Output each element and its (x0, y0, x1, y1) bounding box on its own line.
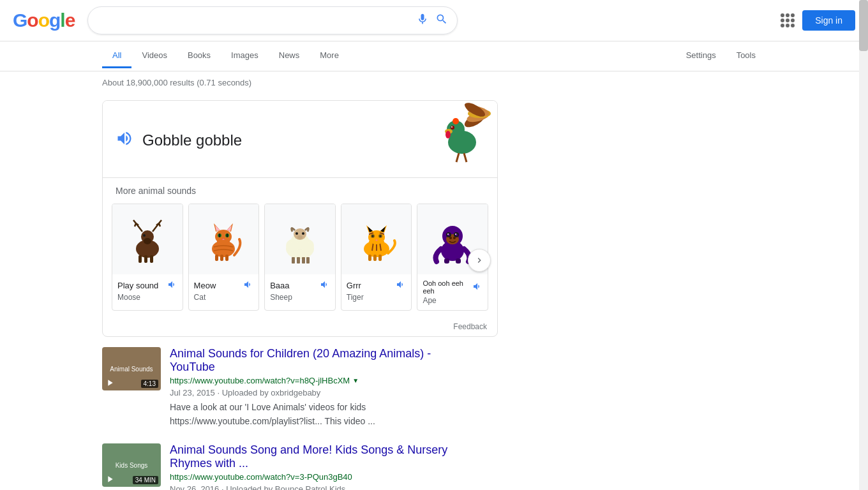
sheep-info: Baaa Sheep (265, 274, 335, 307)
sheep-sound: Baaa (270, 279, 330, 292)
svg-rect-77 (444, 258, 449, 264)
result-title-1[interactable]: Animal Sounds for Children (20 Amazing A… (170, 347, 472, 374)
more-sounds-header: More animal sounds (103, 177, 497, 201)
svg-point-9 (451, 126, 454, 130)
result-text-2: Animal Sounds Song and More! Kids Songs … (170, 443, 472, 490)
search-result-1: Animal Sounds 4:13 Animal Sounds for Chi… (102, 347, 472, 428)
svg-line-11 (456, 153, 459, 162)
featured-sound[interactable]: Gobble gobble (103, 101, 497, 177)
sheep-name: Sheep (270, 293, 330, 302)
svg-point-75 (449, 237, 452, 239)
tab-settings[interactable]: Settings (676, 44, 726, 68)
apps-icon[interactable] (781, 13, 795, 27)
scrollbar-thumb[interactable] (859, 0, 868, 51)
search-bar[interactable]: animal sounds (87, 6, 458, 34)
nav-tabs: All Videos Books Images News More Settin… (0, 41, 868, 71)
svg-point-74 (455, 234, 456, 235)
svg-rect-47 (292, 257, 295, 264)
results-count: About 18,900,000 results (0.71 seconds) (102, 78, 251, 87)
signin-button[interactable]: Sign in (802, 10, 855, 31)
header: Google animal sounds Sign in (0, 0, 868, 41)
logo-g: G (13, 10, 27, 31)
svg-point-45 (302, 232, 304, 235)
sheep-image (265, 204, 335, 274)
search-button[interactable] (435, 13, 448, 29)
result-title-2[interactable]: Animal Sounds Song and More! Kids Songs … (170, 443, 472, 470)
speaker-icon[interactable] (116, 130, 133, 151)
tab-more[interactable]: More (310, 44, 349, 68)
google-logo: Google (13, 10, 75, 31)
svg-point-53 (368, 230, 385, 244)
thumb-label-1: Animal Sounds (110, 366, 153, 373)
sheep-play-btn[interactable] (320, 279, 330, 292)
svg-point-60 (371, 235, 373, 237)
tab-tools[interactable]: Tools (726, 44, 766, 68)
svg-point-10 (451, 126, 453, 128)
tiger-image (341, 204, 412, 274)
video-duration-1: 4:13 (141, 380, 158, 388)
feedback-link[interactable]: Feedback (103, 320, 497, 336)
tab-books[interactable]: Books (177, 44, 221, 68)
moose-info: Play sound Moose (112, 274, 183, 307)
svg-point-76 (453, 237, 456, 239)
svg-rect-35 (220, 255, 223, 261)
moose-image (112, 204, 183, 274)
logo-o2: o (38, 10, 49, 31)
animal-card-sheep[interactable]: Baaa Sheep (264, 204, 336, 311)
svg-rect-78 (456, 258, 461, 264)
search-input[interactable]: animal sounds (97, 15, 416, 26)
cat-info: Meow Cat (189, 274, 259, 307)
next-arrow-button[interactable] (468, 249, 491, 272)
moose-sound: Play sound (117, 279, 177, 292)
result-meta-1: Jul 23, 2015 · Uploaded by oxbridgebaby (170, 388, 472, 397)
svg-rect-63 (368, 255, 371, 261)
svg-rect-36 (225, 255, 228, 261)
header-right: Sign in (781, 10, 855, 31)
url-dropdown-1[interactable]: ▼ (352, 377, 359, 384)
moose-play-btn[interactable] (167, 279, 177, 292)
result-url-2: https://www.youtube.com/watch?v=3-PQun3g… (170, 472, 472, 482)
result-with-thumb-1: Animal Sounds 4:13 Animal Sounds for Chi… (102, 347, 472, 428)
svg-point-31 (219, 234, 221, 237)
result-text-1: Animal Sounds for Children (20 Amazing A… (170, 347, 472, 428)
logo-g2: g (49, 10, 60, 31)
result-url-1: https://www.youtube.com/watch?v=h8Q-jlHB… (170, 376, 472, 385)
result-snippet-1: Have a look at our 'I Love Animals' vide… (170, 400, 472, 428)
tiger-info: Grrr Tiger (341, 274, 412, 307)
result-thumb-1: Animal Sounds 4:13 (102, 347, 161, 390)
animal-grid: Play sound Moose (103, 201, 497, 320)
tab-videos[interactable]: Videos (131, 44, 177, 68)
svg-point-44 (296, 232, 298, 235)
svg-rect-20 (144, 255, 147, 263)
svg-line-12 (464, 153, 467, 162)
svg-point-46 (297, 235, 303, 239)
mic-icon[interactable] (416, 13, 429, 29)
svg-point-8 (445, 131, 451, 138)
moose-name: Moose (117, 293, 177, 302)
svg-rect-49 (302, 257, 305, 264)
scrollbar[interactable] (859, 0, 868, 490)
svg-rect-65 (378, 255, 382, 261)
search-result-2: Kids Songs 34 MIN Animal Sounds Song and… (102, 443, 472, 490)
ape-play-btn[interactable] (472, 281, 483, 293)
animal-card-tiger[interactable]: Grrr Tiger (341, 204, 412, 311)
tiger-sound: Grrr (347, 279, 407, 292)
tab-news[interactable]: News (269, 44, 310, 68)
animal-card-cat[interactable]: Meow Cat (188, 204, 260, 311)
svg-point-24 (215, 230, 232, 244)
tiger-name: Tiger (347, 293, 407, 302)
knowledge-card: Gobble gobble (102, 100, 498, 337)
result-thumb-2: Kids Songs 34 MIN (102, 443, 161, 487)
svg-rect-19 (138, 255, 142, 263)
result-with-thumb-2: Kids Songs 34 MIN Animal Sounds Song and… (102, 443, 472, 490)
animal-card-moose[interactable]: Play sound Moose (112, 204, 183, 311)
cat-play-btn[interactable] (243, 279, 253, 292)
ape-sound: Ooh ooh eeh eeh (423, 279, 483, 295)
tab-images[interactable]: Images (221, 44, 269, 68)
svg-rect-64 (373, 255, 377, 261)
tab-all[interactable]: All (102, 44, 131, 68)
turkey-image (427, 101, 491, 165)
svg-point-32 (227, 234, 228, 237)
cat-sound: Meow (194, 279, 254, 292)
tiger-play-btn[interactable] (396, 279, 406, 292)
